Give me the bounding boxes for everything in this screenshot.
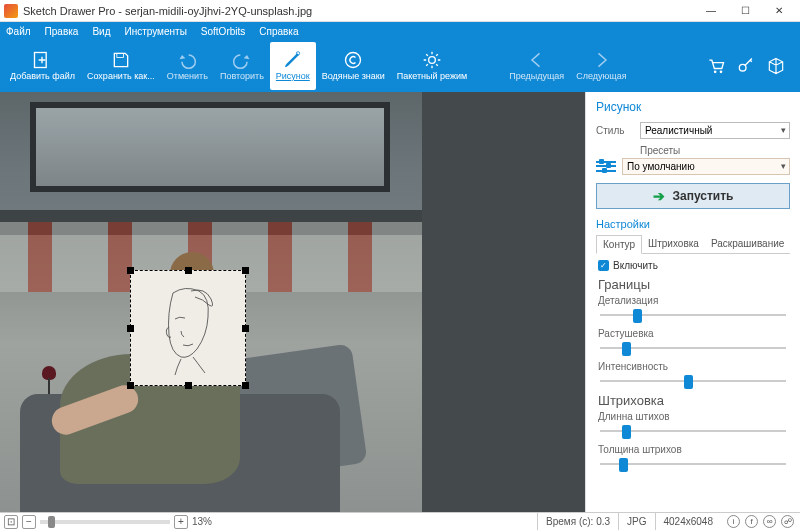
- zoom-slider[interactable]: [40, 520, 170, 524]
- zoom-fit-button[interactable]: ⊡: [4, 515, 18, 529]
- menu-file[interactable]: Файл: [6, 26, 31, 37]
- resize-handle[interactable]: [127, 325, 134, 332]
- feather-slider[interactable]: [600, 340, 786, 356]
- preset-select[interactable]: По умолчанию: [622, 158, 790, 175]
- svg-point-7: [739, 64, 746, 71]
- resize-handle[interactable]: [185, 382, 192, 389]
- key-icon[interactable]: [736, 56, 756, 76]
- redo-button[interactable]: Повторить: [214, 42, 270, 90]
- add-file-icon: [32, 50, 52, 70]
- cube-icon[interactable]: [766, 56, 786, 76]
- next-icon: [591, 50, 611, 70]
- svg-point-3: [346, 53, 361, 68]
- stroke-len-label: Длинна штихов: [598, 411, 790, 422]
- intensity-label: Интенсивность: [598, 361, 790, 372]
- tab-shading[interactable]: Штриховка: [642, 235, 705, 253]
- titlebar: Sketch Drawer Pro - serjan-midili-oyJjhv…: [0, 0, 800, 22]
- save-icon: [111, 50, 131, 70]
- selection-box[interactable]: [130, 270, 246, 386]
- canvas[interactable]: [0, 92, 585, 512]
- undo-button[interactable]: Отменить: [161, 42, 214, 90]
- gear-icon: [422, 50, 442, 70]
- prev-icon: [527, 50, 547, 70]
- zoom-in-button[interactable]: +: [174, 515, 188, 529]
- run-button[interactable]: ➔ Запустить: [596, 183, 790, 209]
- settings-heading: Настройки: [596, 218, 790, 230]
- link-icon[interactable]: ☍: [781, 515, 794, 528]
- enable-checkbox[interactable]: ✓: [598, 260, 609, 271]
- batch-mode-button[interactable]: Пакетный режим: [391, 42, 473, 90]
- svg-point-6: [720, 71, 723, 74]
- redo-icon: [232, 50, 252, 70]
- style-select[interactable]: Реалистичный: [640, 122, 790, 139]
- info-icon[interactable]: i: [727, 515, 740, 528]
- facebook-icon[interactable]: f: [745, 515, 758, 528]
- sketch-preview: [155, 283, 225, 375]
- ribbon: Добавить файл Сохранить как... Отменить …: [0, 40, 800, 92]
- resize-handle[interactable]: [127, 267, 134, 274]
- main-area: Рисунок Стиль Реалистичный Пресеты По ум…: [0, 92, 800, 512]
- window-title: Sketch Drawer Pro - serjan-midili-oyJjhv…: [23, 5, 694, 17]
- resize-handle[interactable]: [127, 382, 134, 389]
- menu-help[interactable]: Справка: [259, 26, 298, 37]
- stroke-thick-label: Толщина штрихов: [598, 444, 790, 455]
- save-as-button[interactable]: Сохранить как...: [81, 42, 161, 90]
- zoom-value: 13%: [192, 516, 212, 527]
- share-icon[interactable]: ∞: [763, 515, 776, 528]
- close-button[interactable]: ✕: [762, 0, 796, 22]
- enable-label: Включить: [613, 260, 658, 271]
- time-cell: Время (с): 0.3: [537, 513, 618, 530]
- presets-icon: [596, 160, 616, 174]
- svg-point-5: [714, 71, 717, 74]
- presets-label: Пресеты: [640, 145, 790, 156]
- menubar: Файл Правка Вид Инструменты SoftOrbits С…: [0, 22, 800, 40]
- drawing-mode-button[interactable]: Рисунок: [270, 42, 316, 90]
- statusbar: ⊡ − + 13% Время (с): 0.3 JPG 4024x6048 i…: [0, 512, 800, 530]
- format-cell: JPG: [618, 513, 654, 530]
- menu-tools[interactable]: Инструменты: [124, 26, 186, 37]
- add-file-button[interactable]: Добавить файл: [4, 42, 81, 90]
- settings-tabs: Контур Штриховка Раскрашивание: [596, 235, 790, 254]
- style-label: Стиль: [596, 125, 634, 136]
- svg-point-4: [429, 57, 436, 64]
- maximize-button[interactable]: ☐: [728, 0, 762, 22]
- resize-handle[interactable]: [242, 325, 249, 332]
- menu-view[interactable]: Вид: [92, 26, 110, 37]
- next-image-button[interactable]: Следующая: [570, 42, 632, 90]
- resize-handle[interactable]: [185, 267, 192, 274]
- run-arrow-icon: ➔: [653, 188, 665, 204]
- copyright-icon: [343, 50, 363, 70]
- feather-label: Растушевка: [598, 328, 790, 339]
- resize-handle[interactable]: [242, 382, 249, 389]
- hatching-heading: Штриховка: [598, 393, 790, 408]
- undo-icon: [177, 50, 197, 70]
- app-icon: [4, 4, 18, 18]
- detail-label: Детализация: [598, 295, 790, 306]
- sidebar-title: Рисунок: [596, 100, 790, 114]
- stroke-thick-slider[interactable]: [600, 456, 786, 472]
- cart-icon[interactable]: [706, 56, 726, 76]
- menu-softorbits[interactable]: SoftOrbits: [201, 26, 245, 37]
- photo-image: [0, 92, 422, 512]
- prev-image-button[interactable]: Предыдущая: [503, 42, 570, 90]
- resize-handle[interactable]: [242, 267, 249, 274]
- tab-coloring[interactable]: Раскрашивание: [705, 235, 790, 253]
- sidebar: Рисунок Стиль Реалистичный Пресеты По ум…: [585, 92, 800, 512]
- detail-slider[interactable]: [600, 307, 786, 323]
- stroke-len-slider[interactable]: [600, 423, 786, 439]
- intensity-slider[interactable]: [600, 373, 786, 389]
- tab-contour[interactable]: Контур: [596, 235, 642, 254]
- borders-heading: Границы: [598, 277, 790, 292]
- minimize-button[interactable]: —: [694, 0, 728, 22]
- pencil-icon: [283, 50, 303, 70]
- menu-edit[interactable]: Правка: [45, 26, 79, 37]
- zoom-out-button[interactable]: −: [22, 515, 36, 529]
- dimensions-cell: 4024x6048: [655, 513, 722, 530]
- watermark-button[interactable]: Водяные знаки: [316, 42, 391, 90]
